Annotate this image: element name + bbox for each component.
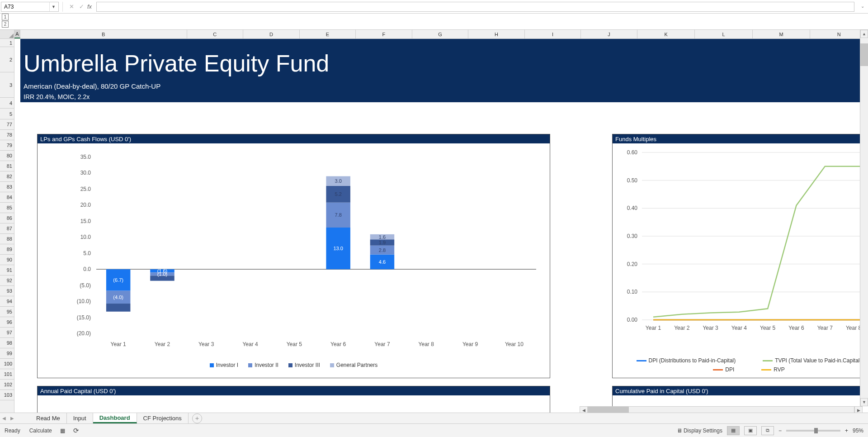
column-header-F[interactable]: F	[356, 30, 412, 38]
view-page-break-button[interactable]: ⧉	[761, 426, 774, 435]
zoom-slider[interactable]	[786, 430, 840, 432]
column-header-J[interactable]: J	[581, 30, 637, 38]
row-header-95[interactable]: 95	[0, 307, 14, 317]
fx-icon[interactable]: fx	[87, 3, 92, 10]
row-header-2[interactable]: 2	[0, 47, 14, 72]
row-header-80[interactable]: 80	[0, 151, 14, 161]
divider	[62, 2, 63, 12]
row-header-99[interactable]: 99	[0, 348, 14, 359]
legend-item: Investor II	[248, 362, 278, 368]
confirm-icon: ✓	[76, 2, 86, 12]
panel-funds-multiples[interactable]: Funds Multiples 0.000.100.200.300.400.50…	[612, 134, 868, 378]
macro-record-icon[interactable]: ▦	[60, 428, 65, 434]
scroll-up-icon[interactable]: ▲	[860, 30, 868, 38]
row-header-94[interactable]: 94	[0, 296, 14, 307]
name-box[interactable]	[1, 2, 49, 11]
row-header-90[interactable]: 90	[0, 255, 14, 265]
sheet-tab-read-me[interactable]: Read Me	[30, 413, 67, 423]
row-header-79[interactable]: 79	[0, 140, 14, 151]
column-header-K[interactable]: K	[637, 30, 695, 38]
column-header-C[interactable]: C	[187, 30, 244, 38]
add-sheet-button[interactable]: ＋	[192, 413, 202, 423]
row-header-103[interactable]: 103	[0, 390, 14, 400]
sheet-tab-dashboard[interactable]: Dashboard	[93, 413, 137, 423]
column-header-H[interactable]: H	[468, 30, 525, 38]
scroll-thumb[interactable]	[860, 43, 868, 66]
row-header-91[interactable]: 91	[0, 265, 14, 276]
legend-item: General Partners	[330, 362, 377, 368]
column-header-E[interactable]: E	[300, 30, 356, 38]
column-header-G[interactable]: G	[412, 30, 469, 38]
row-header-84[interactable]: 84	[0, 192, 14, 203]
row-header-5[interactable]: 5	[0, 109, 14, 119]
fund-subtitle-2: IRR 20.4%, MOIC, 2.2x	[24, 93, 90, 100]
row-header-86[interactable]: 86	[0, 213, 14, 223]
name-box-wrap[interactable]: ▼	[1, 2, 59, 12]
row-header-82[interactable]: 82	[0, 171, 14, 182]
svg-text:Year 4: Year 4	[242, 341, 258, 347]
row-header-100[interactable]: 100	[0, 359, 14, 369]
row-header-81[interactable]: 81	[0, 161, 14, 171]
zoom-out-button[interactable]: −	[778, 428, 782, 434]
cancel-icon: ✕	[66, 2, 76, 12]
row-header-4[interactable]: 4	[0, 98, 14, 109]
svg-text:5.2: 5.2	[335, 191, 342, 197]
formula-input[interactable]	[96, 2, 854, 12]
row-header-3[interactable]: 3	[0, 72, 14, 98]
row-header-77[interactable]: 77	[0, 119, 14, 130]
outline-level-2[interactable]: 2	[2, 21, 9, 28]
row-header-89[interactable]: 89	[0, 244, 14, 255]
panel-cash-flows[interactable]: LPs and GPs Cash Flows (USD 0') (20.0)(1…	[37, 134, 550, 378]
row-header-1[interactable]: 1	[0, 39, 14, 47]
row-header-87[interactable]: 87	[0, 223, 14, 234]
view-normal-button[interactable]: ▦	[727, 426, 740, 435]
outline-level-1[interactable]: 1	[2, 14, 9, 20]
row-header-98[interactable]: 98	[0, 338, 14, 348]
legend-item: TVPI (Total Value to Paid-in.Capital)	[763, 357, 861, 364]
row-header-83[interactable]: 83	[0, 182, 14, 192]
svg-text:Year 6: Year 6	[788, 325, 804, 331]
column-header-A[interactable]: A	[14, 30, 20, 38]
row-header-96[interactable]: 96	[0, 317, 14, 328]
panel-annual-paid-capital[interactable]: Annual Paid Capital (USD 0')	[37, 386, 550, 413]
column-header-N[interactable]: N	[810, 30, 868, 38]
display-settings-button[interactable]: 🖥 Display Settings	[677, 428, 722, 434]
svg-text:Year 5: Year 5	[760, 325, 776, 331]
accessibility-icon[interactable]: ⟳	[73, 427, 79, 435]
status-calculate[interactable]: Calculate	[29, 428, 52, 434]
column-header-D[interactable]: D	[243, 30, 300, 38]
svg-text:Year 7: Year 7	[817, 325, 833, 331]
column-header-I[interactable]: I	[525, 30, 581, 38]
select-all-corner[interactable]	[0, 30, 14, 39]
column-header-L[interactable]: L	[695, 30, 753, 38]
legend-item: Investor I	[210, 362, 238, 368]
row-header-102[interactable]: 102	[0, 380, 14, 390]
row-header-97[interactable]: 97	[0, 328, 14, 338]
column-header-M[interactable]: M	[753, 30, 811, 38]
row-header-78[interactable]: 78	[0, 130, 14, 140]
view-page-layout-button[interactable]: ▣	[744, 426, 757, 435]
scroll-down-icon[interactable]: ▼	[860, 398, 868, 406]
column-headers: ABCDEFGHIJKLMN	[14, 30, 868, 39]
svg-text:0.40: 0.40	[627, 205, 638, 211]
expand-formula-bar-icon[interactable]: ⌄	[861, 4, 864, 9]
sheet-tab-input[interactable]: Input	[67, 413, 93, 423]
row-header-column: 1234577787980818283848586878889909192939…	[0, 30, 14, 422]
sheet-tab-cf-projections[interactable]: CF Projections	[137, 413, 189, 423]
vertical-scrollbar[interactable]: ▲ ▼	[860, 30, 868, 406]
row-header-92[interactable]: 92	[0, 276, 14, 286]
row-header-101[interactable]: 101	[0, 369, 14, 380]
svg-text:7.8: 7.8	[335, 212, 342, 218]
multiples-legend: DPI (Distributions to Paid-in-Capital)TV…	[613, 357, 868, 373]
row-header-88[interactable]: 88	[0, 234, 14, 244]
zoom-level[interactable]: 95%	[853, 428, 863, 434]
svg-text:0.00: 0.00	[627, 317, 638, 323]
tab-nav-prev-icon[interactable]: ◀	[0, 416, 8, 421]
column-header-B[interactable]: B	[20, 30, 187, 38]
name-box-dropdown-icon[interactable]: ▼	[49, 2, 57, 11]
zoom-in-button[interactable]: +	[845, 428, 848, 434]
svg-text:(20.0): (20.0)	[77, 330, 91, 337]
tab-nav-next-icon[interactable]: ▶	[8, 416, 16, 421]
row-header-93[interactable]: 93	[0, 286, 14, 296]
row-header-85[interactable]: 85	[0, 203, 14, 213]
